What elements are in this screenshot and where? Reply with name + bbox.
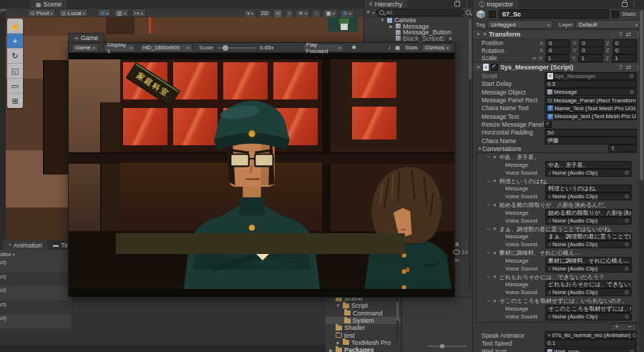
snap-settings-button[interactable]: ▥▾ [114, 9, 129, 17]
message-field[interactable]: そこのところを取材せずには、いられないのさ。 [545, 305, 632, 313]
drag-handle-icon[interactable]: = [487, 226, 490, 233]
drag-handle-icon[interactable]: = [487, 202, 490, 208]
foldout-closed-icon[interactable]: ▶ [328, 348, 333, 352]
tab-game[interactable]: ∞ Game [68, 33, 104, 42]
voice-sound-field[interactable]: ♪None (Audio Clip)⊙ [545, 240, 632, 248]
kebab-menu-icon[interactable]: ⋮ [464, 1, 469, 7]
object-picker-icon[interactable]: ⊙ [624, 170, 629, 176]
scale-tool[interactable]: ◱ [7, 64, 23, 79]
rotation-z-field[interactable]: 0 [613, 47, 637, 54]
foldout-open-icon[interactable]: ▼ [476, 32, 481, 36]
play-focused-menu[interactable]: Play Focused▾ [303, 44, 345, 52]
scene-visibility-toggle[interactable]: ◌ [312, 9, 321, 18]
maximize-icon[interactable]: □ [440, 35, 444, 42]
search-by-type-icon[interactable] [466, 10, 471, 15]
object-picker-icon[interactable]: ⊙ [624, 193, 629, 200]
object-picker-icon[interactable]: ⊙ [629, 89, 634, 95]
position-y-field[interactable]: 0 [579, 39, 603, 47]
tab-scene[interactable]: ▦ Scene [30, 0, 67, 9]
increment-snap-button[interactable]: ↦▾ [132, 9, 146, 17]
foldout-open-icon[interactable]: ▼ [477, 147, 482, 151]
drag-handle-icon[interactable]: = [487, 274, 490, 280]
message-object-field[interactable]: Message ⊙ [545, 88, 637, 96]
shading-mode-button[interactable]: ◑▾ [243, 9, 256, 18]
move-tool[interactable]: + [7, 34, 23, 49]
tab-hierarchy[interactable]: ≡ Hierarchy [364, 0, 407, 8]
close-icon[interactable]: × [449, 35, 452, 42]
list-item[interactable]: ct) [0, 286, 72, 300]
mute-audio-icon[interactable]: ♪ [388, 44, 391, 51]
tab-animation[interactable]: ◔ Animation [3, 240, 47, 250]
rotation-y-field[interactable]: 0 [579, 47, 603, 54]
chara-name-text-field[interactable]: T Name_Text (Text Mesh Pro UGUI) ⊙ [545, 104, 637, 112]
object-picker-icon[interactable]: ⊙ [629, 73, 634, 79]
remove-element-button[interactable]: − [623, 324, 636, 331]
object-picker-icon[interactable]: ⊙ [632, 332, 637, 338]
foldout-closed-icon[interactable]: ▶ [389, 24, 394, 29]
chevron-down-icon[interactable]: ▾ [372, 10, 374, 15]
chara-name-field[interactable]: 伊藤 [545, 137, 637, 145]
resize-checkbox[interactable] [545, 121, 552, 128]
position-x-field[interactable]: 0 [546, 39, 570, 47]
project-tree-scrollbar[interactable] [396, 299, 399, 342]
hierarchy-scrollbar[interactable] [469, 17, 472, 289]
lock-icon[interactable] [622, 2, 628, 7]
speak-animator-field[interactable]: » 07s_ito_normal_mo (Animator) ⊙ [545, 331, 637, 339]
resolution-menu[interactable]: HD_1600x900▾ [140, 44, 193, 52]
inspector-scrollbar[interactable] [639, 9, 644, 352]
game-view-menu[interactable]: Game▾ [72, 44, 99, 52]
scale-x-field[interactable]: 1 [545, 54, 570, 62]
active-checkbox[interactable] [489, 11, 496, 18]
conversation-item-header[interactable]: = ▼ 料理というのはね。 [477, 177, 639, 185]
rotation-x-field[interactable]: 0 [546, 47, 570, 54]
hand-tool[interactable]: ☝ [7, 19, 23, 34]
grid-snap-button[interactable]: ⊞▾ [97, 9, 112, 17]
voice-sound-field[interactable]: ♪None (Audio Clip)⊙ [545, 265, 632, 273]
object-picker-icon[interactable]: ⊙ [629, 348, 634, 352]
conversation-item-header[interactable]: = ▼ どれもおろそかには、できないだろう？ [477, 273, 639, 281]
object-picker-icon[interactable]: ⊙ [624, 265, 629, 272]
conversation-item-header[interactable]: = ▼ 始める前の段取りが、八割を決めるんだ。 [477, 201, 639, 209]
list-item[interactable]: ct) [0, 273, 72, 287]
list-item[interactable]: ct) [0, 258, 72, 273]
rect-tool[interactable]: ▭ [7, 79, 23, 94]
text-speed-field[interactable]: 0.1 [545, 339, 637, 347]
position-z-field[interactable]: 0 [613, 39, 637, 47]
layer-dropdown[interactable]: Default▾ [575, 20, 641, 29]
message-field[interactable]: どれもおろそかには、できないだろう？ [545, 280, 632, 288]
hierarchy-search-input[interactable]: All [376, 9, 464, 16]
help-icon[interactable]: ? [618, 64, 622, 71]
message-field[interactable]: やあ、京子君。 [545, 161, 632, 169]
object-picker-icon[interactable]: ⊙ [624, 217, 629, 224]
message-field[interactable]: 料理というのはね。 [545, 185, 632, 192]
message-panel-rect-field[interactable]: ⊡ Message_Panel (Rect Transform) ⊙ [545, 97, 637, 104]
script-field[interactable]: # Sys_Messenger ⊙ [545, 72, 637, 80]
lighting-toggle[interactable]: ○ [273, 9, 283, 18]
kebab-menu-icon[interactable]: ⋮ [631, 1, 637, 8]
add-element-button[interactable]: + [610, 324, 623, 331]
link-icon[interactable]: ∞ [532, 55, 537, 62]
vsync-monitor-icon[interactable]: ▣ [395, 44, 401, 51]
rotate-tool[interactable]: ↻ [7, 49, 23, 64]
voice-sound-field[interactable]: ♪None (Audio Clip)⊙ [545, 288, 632, 296]
message-text-field[interactable]: T Message_text (Text Mesh Pro UGUI) ⊙ [545, 112, 637, 120]
scale-y-field[interactable]: 1 [578, 54, 603, 62]
drag-handle-icon[interactable]: = [487, 298, 490, 304]
horizontal-padding-field[interactable]: 50 [545, 129, 637, 137]
create-button[interactable]: + [366, 9, 370, 16]
tag-dropdown[interactable]: Untagged▾ [487, 20, 553, 29]
scale-z-field[interactable]: 1 [612, 54, 637, 62]
array-size-field[interactable]: 7 [608, 145, 637, 152]
static-checkbox[interactable] [612, 11, 619, 18]
gear-icon[interactable]: ✱ [351, 44, 356, 51]
clipped-dropdown-header[interactable]: ditor▾ [0, 250, 72, 258]
object-picker-icon[interactable]: ⊙ [624, 241, 629, 248]
object-picker-icon[interactable]: ⊙ [624, 313, 629, 320]
sys-messenger-header[interactable]: ▼ # Sys_Messenger (Script) ? ⇄ ⋮ [473, 62, 644, 72]
drag-handle-icon[interactable]: = [487, 154, 490, 160]
transform-header[interactable]: ▼ + Transform ? ⇄ ⋮ [473, 29, 644, 39]
voice-sound-field[interactable]: ♪None (Audio Clip)⊙ [545, 169, 632, 177]
thumbnail-zoom-slider[interactable] [427, 346, 467, 347]
conversations-header[interactable]: ▼ Conversations 7 [473, 145, 644, 152]
list-item[interactable]: ct) [0, 314, 72, 328]
